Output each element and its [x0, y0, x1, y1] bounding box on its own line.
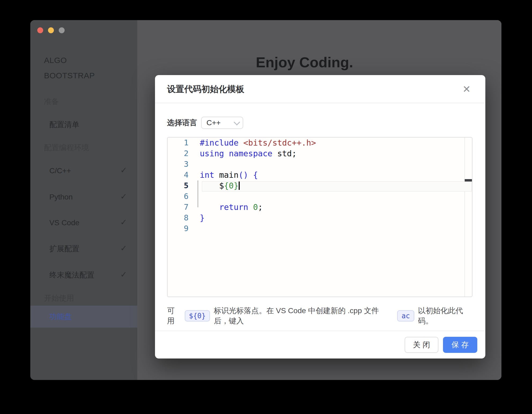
- code-line: [200, 192, 464, 202]
- dialog-title: 设置代码初始化模板: [167, 75, 244, 103]
- code-line: int main() {: [200, 170, 464, 181]
- app-title: ALGO BOOTSTRAP: [44, 53, 95, 83]
- app-title-line2: BOOTSTRAP: [44, 68, 95, 83]
- code-line: using namespace std;: [200, 149, 464, 160]
- dialog-footer: 关 闭 保 存: [155, 331, 485, 358]
- check-icon: ✓: [118, 165, 129, 175]
- editor-gutter: 123456789: [168, 138, 189, 235]
- line-number: 5: [168, 181, 189, 192]
- check-icon: ✓: [118, 217, 129, 227]
- sidebar-section-prepare: 准备: [44, 96, 59, 107]
- code-line: }: [200, 213, 464, 224]
- language-select[interactable]: C++: [201, 117, 243, 129]
- save-button[interactable]: 保 存: [443, 337, 477, 353]
- editor-scrollbar[interactable]: [464, 138, 465, 297]
- close-button[interactable]: 关 闭: [405, 337, 438, 353]
- hint-text: 以初始化此代码。: [418, 306, 473, 326]
- code-line: [200, 224, 464, 235]
- sidebar: ALGO BOOTSTRAP 准备 配置清单 配置编程环境 C/C++ ✓ Py…: [30, 20, 137, 380]
- hint-text: 可用: [167, 306, 181, 326]
- snippet-trigger-badge: ac: [397, 310, 414, 321]
- code-line: return 0;: [200, 202, 464, 213]
- chevron-down-icon: [234, 119, 240, 125]
- sidebar-item-feature-panel[interactable]: 功能盘: [49, 311, 72, 322]
- indent-guide: [198, 180, 198, 207]
- zoom-window-icon[interactable]: [59, 27, 65, 33]
- line-number: 8: [168, 213, 189, 224]
- code-line: #include <bits/stdc++.h>: [200, 138, 464, 149]
- check-icon: ✓: [118, 270, 129, 279]
- language-select-value: C++: [206, 119, 221, 127]
- close-icon[interactable]: ✕: [459, 75, 475, 103]
- close-window-icon[interactable]: [37, 27, 43, 33]
- code-line: [200, 160, 464, 170]
- language-select-label: 选择语言: [167, 117, 197, 129]
- code-editor[interactable]: 123456789 #include <bits/stdc++.h>using …: [167, 137, 472, 297]
- dialog-header: 设置代码初始化模板 ✕: [155, 75, 485, 103]
- code-template-dialog: 设置代码初始化模板 ✕ 选择语言 C++ 123456789 #include …: [155, 75, 485, 358]
- line-number: 7: [168, 202, 189, 213]
- check-icon: ✓: [118, 192, 129, 201]
- minimize-window-icon[interactable]: [48, 27, 54, 33]
- check-icon: ✓: [118, 243, 129, 253]
- sidebar-item-cpp[interactable]: C/C++: [49, 165, 71, 176]
- sidebar-item-vscode[interactable]: VS Code: [49, 217, 79, 228]
- screen: ALGO BOOTSTRAP 准备 配置清单 配置编程环境 C/C++ ✓ Py…: [0, 0, 532, 414]
- code-line: ${0}: [200, 181, 464, 192]
- text-cursor: [239, 182, 240, 190]
- line-number: 1: [168, 138, 189, 149]
- line-number: 4: [168, 170, 189, 181]
- template-hint: 可用 ${0} 标识光标落点。在 VS Code 中创建新的 .cpp 文件后，…: [167, 306, 473, 326]
- hint-text: 标识光标落点。在 VS Code 中创建新的 .cpp 文件后，键入: [214, 306, 393, 326]
- line-number: 3: [168, 160, 189, 170]
- app-title-line1: ALGO: [44, 53, 95, 68]
- line-number: 6: [168, 192, 189, 202]
- page-title: Enjoy Coding.: [256, 54, 353, 71]
- cursor-placeholder-badge: ${0}: [185, 310, 210, 321]
- sidebar-section-env: 配置编程环境: [44, 142, 89, 153]
- sidebar-item-config-list[interactable]: 配置清单: [49, 119, 79, 130]
- sidebar-item-extensions[interactable]: 扩展配置: [49, 243, 79, 254]
- sidebar-active-row[interactable]: [30, 306, 137, 328]
- sidebar-item-python[interactable]: Python: [49, 192, 73, 202]
- sidebar-item-terminal-magic[interactable]: 终末魔法配置: [49, 270, 94, 280]
- line-number: 2: [168, 149, 189, 160]
- scrollbar-marker: [465, 179, 472, 182]
- line-number: 9: [168, 224, 189, 235]
- traffic-lights: [37, 27, 65, 33]
- sidebar-section-start: 开始使用: [44, 293, 74, 304]
- editor-code: #include <bits/stdc++.h>using namespace …: [200, 138, 464, 235]
